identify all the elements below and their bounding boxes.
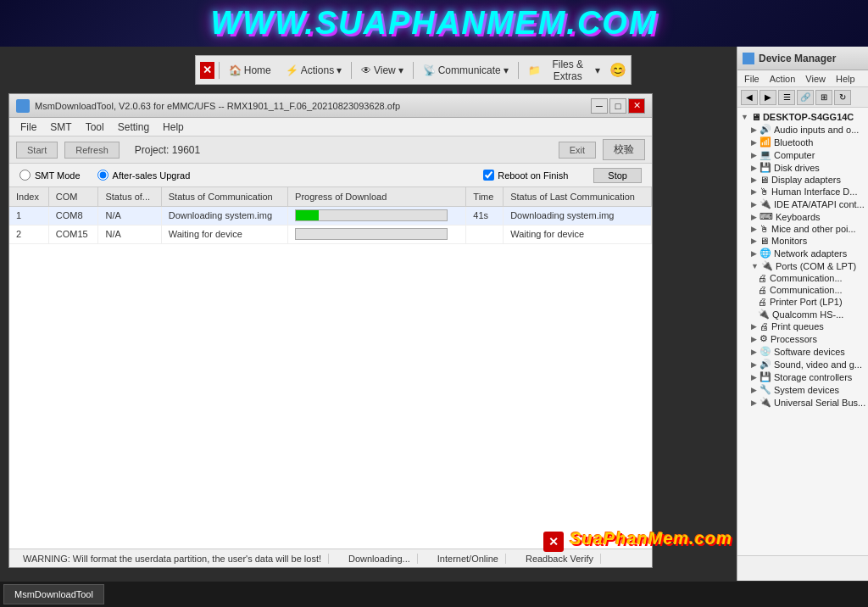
dm-hid-label: Human Interface D... <box>771 187 858 197</box>
menu-file[interactable]: File <box>14 120 43 135</box>
menu-tool[interactable]: Tool <box>79 120 111 135</box>
dm-hid-item[interactable]: ▶ 🖱 Human Interface D... <box>737 186 868 198</box>
dm-bluetooth-item[interactable]: ▶ 📶 Bluetooth <box>737 136 868 148</box>
smt-mode-radio[interactable]: SMT Mode <box>19 170 81 181</box>
cell-index: 1 <box>9 206 48 225</box>
status-readback: Readback Verify <box>519 554 601 564</box>
actions-label: Actions <box>301 64 334 76</box>
cell-progress <box>288 206 466 225</box>
dm-monitors-item[interactable]: ▶ 🖥 Monitors <box>737 235 868 247</box>
monitor-icon: 🖥 <box>760 236 769 246</box>
dm-ports-label: Ports (COM & LPT) <box>776 261 856 271</box>
dm-processors-item[interactable]: ▶ ⚙ Processors <box>737 332 868 345</box>
dm-refresh-button[interactable]: ↻ <box>834 90 851 105</box>
dm-kb-chevron: ▶ <box>751 213 757 221</box>
col-index: Index <box>9 187 48 206</box>
refresh-button[interactable]: Refresh <box>64 142 120 159</box>
dm-disk-item[interactable]: ▶ 💾 Disk drives <box>737 161 868 174</box>
actions-icon: ⚡ <box>286 64 298 76</box>
after-sales-input[interactable] <box>97 170 108 181</box>
dm-disp-chevron: ▶ <box>751 175 757 184</box>
dm-computer-item[interactable]: ▶ 💻 Computer <box>737 148 868 161</box>
dm-network-item[interactable]: ▶ 🌐 Network adapters <box>737 247 868 259</box>
dm-menu-action[interactable]: Action <box>766 74 799 84</box>
dm-comp-chevron: ▶ <box>751 151 757 159</box>
dm-storage-item[interactable]: ▶ 💾 Storage controllers <box>737 370 868 383</box>
cell-index: 2 <box>9 225 48 243</box>
usb-icon: 🔌 <box>760 397 771 408</box>
menu-help[interactable]: Help <box>156 120 191 135</box>
dm-forward-button[interactable]: ▶ <box>760 90 776 105</box>
dm-scrollbar-area <box>737 555 868 581</box>
dm-system-item[interactable]: ▶ 🔧 System devices <box>737 383 868 396</box>
dm-software-item[interactable]: ▶ 💿 Software devices <box>737 345 868 358</box>
actions-button[interactable]: ⚡ Actions ▾ <box>281 63 347 78</box>
after-sales-radio[interactable]: After-sales Upgrad <box>97 170 191 181</box>
start-button[interactable]: Start <box>16 142 58 159</box>
minimize-button[interactable]: ─ <box>591 98 608 114</box>
hisuite-toolbar: ✕ 🏠 Home ⚡ Actions ▾ 👁 View ▾ 📡 Communic… <box>195 55 632 85</box>
dm-printer-item[interactable]: 🖨 Printer Port (LP1) <box>737 296 868 308</box>
dm-menu-help[interactable]: Help <box>832 74 859 84</box>
dm-storage-label: Storage controllers <box>774 372 852 382</box>
col-last-comm: Status of Last Communication <box>504 187 652 206</box>
dm-sound-item[interactable]: ▶ 🔊 Sound, video and g... <box>737 358 868 370</box>
dm-bluetooth-label: Bluetooth <box>774 137 813 148</box>
dm-ide-item[interactable]: ▶ 🔌 IDE ATA/ATAPI cont... <box>737 198 868 210</box>
maximize-button[interactable]: □ <box>609 98 626 114</box>
dm-print-queues-label: Print queues <box>771 321 824 331</box>
calibrate-button[interactable]: 校验 <box>603 139 645 160</box>
dm-menu-file[interactable]: File <box>741 74 763 84</box>
dm-ports-item[interactable]: ▼ 🔌 Ports (COM & LPT) <box>737 259 868 272</box>
dm-sound-label: Sound, video and g... <box>774 359 862 370</box>
taskbar-app-button[interactable]: MsmDownloadTool <box>3 584 104 604</box>
dm-mice-item[interactable]: ▶ 🖱 Mice and other poi... <box>737 223 868 235</box>
status-warning: WARNING: Will format the userdata partit… <box>16 554 329 564</box>
window-title: MsmDownloadTool, V2.0.63 for eMMC/UFS --… <box>35 101 591 111</box>
files-extras-button[interactable]: 📁 Files & Extras ▾ <box>523 57 605 84</box>
cell-time <box>466 225 504 243</box>
after-sales-label: After-sales Upgrad <box>113 170 191 181</box>
view-icon: 👁 <box>361 64 371 76</box>
smt-mode-input[interactable] <box>19 170 31 181</box>
dm-display-item[interactable]: ▶ 🖥 Display adapters <box>737 174 868 186</box>
view-button[interactable]: 👁 View ▾ <box>356 63 409 78</box>
home-button[interactable]: 🏠 Home <box>224 63 276 78</box>
dm-comm1-item[interactable]: 🖨 Communication... <box>737 272 868 284</box>
menu-smt[interactable]: SMT <box>43 120 78 135</box>
app-menu-bar: File SMT Tool Setting Help <box>9 118 652 136</box>
dm-menu-view[interactable]: View <box>802 74 829 84</box>
dm-app-icon <box>743 53 754 64</box>
stop-button[interactable]: Stop <box>593 168 642 183</box>
communicate-button[interactable]: 📡 Communicate ▾ <box>418 63 514 78</box>
dm-root-node[interactable]: ▼ 🖥 DESKTOP-S4GG14C <box>737 111 868 123</box>
reboot-checkbox[interactable] <box>483 170 494 181</box>
dm-usb-item[interactable]: ▶ 🔌 Universal Serial Bus... <box>737 396 868 409</box>
toolbar-close-button[interactable]: ✕ <box>200 62 214 79</box>
toolbar-sep-1 <box>219 62 220 79</box>
project-label: Project: 19601 <box>135 144 200 156</box>
menu-setting[interactable]: Setting <box>111 120 156 135</box>
watermark-icon: ✕ <box>543 532 564 552</box>
dm-audio-item[interactable]: ▶ 🔊 Audio inputs and o... <box>737 123 868 136</box>
dm-print-queues-item[interactable]: ▶ 🖨 Print queues <box>737 320 868 332</box>
dm-keyboard-item[interactable]: ▶ ⌨ Keyboards <box>737 210 868 223</box>
exit-button[interactable]: Exit <box>559 142 596 159</box>
dm-share-button[interactable]: 🔗 <box>797 90 814 105</box>
window-controls: ─ □ ✕ <box>591 98 645 114</box>
dm-proc-chevron: ▶ <box>751 335 757 343</box>
dm-comm1-label: Communication... <box>770 273 843 283</box>
toolbar-sep-2 <box>351 62 352 79</box>
dm-display-label: Display adapters <box>771 175 841 185</box>
dm-list-button[interactable]: ☰ <box>778 90 795 105</box>
dm-qualcomm-item[interactable]: 🔌 Qualcomm HS-... <box>737 308 868 320</box>
dm-audio-chevron: ▶ <box>751 125 757 134</box>
dm-grid-button[interactable]: ⊞ <box>815 90 832 105</box>
cell-status: N/A <box>98 225 161 243</box>
dm-comm2-item[interactable]: 🖨 Communication... <box>737 284 868 296</box>
cell-last-comm: Waiting for device <box>504 225 652 243</box>
reboot-check[interactable]: Reboot on Finish <box>483 170 568 181</box>
dm-back-button[interactable]: ◀ <box>741 90 758 105</box>
close-button[interactable]: ✕ <box>628 98 645 114</box>
cell-com: COM15 <box>48 225 98 243</box>
